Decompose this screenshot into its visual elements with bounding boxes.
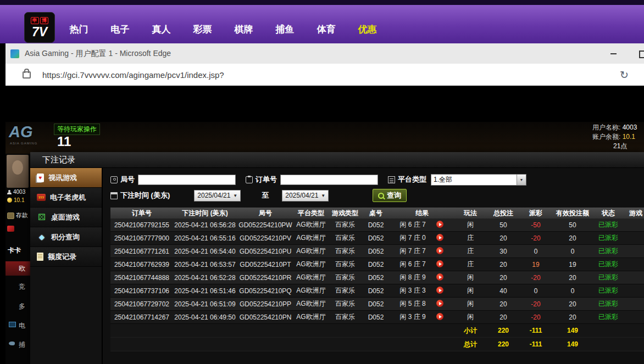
browser-titlebar[interactable]: Asia Gaming - 用户配置 1 - Microsoft Edge (5, 43, 644, 64)
table-no-cell: D052 (362, 245, 390, 258)
date-from-dropdown[interactable]: 2025/04/21 ▼ (194, 190, 241, 201)
payout-cell: 0 (520, 245, 551, 258)
nav-item-1[interactable]: 热门 (58, 23, 99, 36)
table-row: 2504210677371062025-04-21 06:51:46GD0522… (110, 284, 644, 298)
table-no-cell: D052 (362, 271, 390, 284)
nav-item-5[interactable]: 棋牌 (223, 23, 264, 36)
url-text[interactable]: https://gci.7vvvvvv.com/agingame/pcv1/in… (42, 70, 224, 80)
result-cell: 闲 6 庄 7 (390, 219, 454, 232)
status-cell: 已派彩 (594, 311, 623, 324)
result-cell: 闲 6 庄 7 (390, 258, 454, 271)
maximize-button[interactable] (639, 51, 644, 58)
play-cell: 庄 (454, 245, 486, 258)
game-cell (623, 271, 644, 284)
deposit-label: 存款 (16, 211, 28, 220)
query-button-label: 查询 (387, 191, 401, 200)
column-header: 派彩 (520, 208, 551, 219)
lobby-menu-dian[interactable]: 电 (19, 321, 25, 331)
minimize-button[interactable] (601, 43, 625, 64)
status-cell: 已派彩 (594, 258, 623, 271)
sidebar-item-2[interactable]: 电子老虎机 (30, 188, 102, 208)
replay-icon[interactable] (436, 300, 443, 307)
bet-time-cell: 2025-04-21 06:49:50 (173, 311, 237, 324)
round-no-cell: GD052254210PU (237, 245, 294, 258)
lock-icon[interactable] (23, 71, 31, 79)
game-type-cell: 百家乐 (328, 284, 362, 298)
browser-window: Asia Gaming - 用户配置 1 - Microsoft Edge ht… (5, 43, 644, 364)
replay-icon[interactable] (436, 287, 443, 294)
payout-cell: -20 (520, 232, 551, 245)
platform-type-select[interactable]: 1.全部 ▼ (431, 174, 526, 186)
valid-bet-cell: 20 (551, 232, 594, 245)
bet-time-cell: 2025-04-21 06:54:40 (173, 245, 237, 258)
platform-cell: AG欧洲厅 (294, 298, 328, 311)
replay-icon[interactable] (436, 247, 443, 254)
table-no-cell: D052 (362, 232, 390, 245)
replay-icon[interactable] (436, 234, 443, 241)
clipboard-icon (246, 176, 253, 183)
nav-item-2[interactable]: 电子 (99, 23, 141, 36)
lobby-menu-eu[interactable]: 欧 (5, 261, 30, 276)
column-header: 总投注 (486, 208, 520, 219)
lobby-menu-bu[interactable]: 捕 (19, 340, 25, 350)
nav-item-3[interactable]: 真人 (141, 23, 182, 36)
sum-payout: -111 (520, 338, 551, 351)
status-cell: 已派彩 (594, 232, 623, 245)
total-bet-cell: 40 (486, 284, 520, 298)
chevron-down-icon[interactable]: ▼ (517, 175, 526, 185)
bet-time-label: 下注时间 (美东) (120, 191, 170, 200)
page-content: AG ASIA GAMING 等待玩家操作 11 用户名称: 4003 账户余额… (5, 86, 644, 364)
lobby-menu-duo[interactable]: 多 (19, 302, 25, 311)
refresh-icon[interactable] (620, 70, 629, 80)
logo-badge-2: 博 (40, 17, 48, 24)
nav-item-6[interactable]: 捕鱼 (264, 23, 306, 36)
platform-type-group: 平台类型 1.全部 ▼ (388, 174, 526, 186)
balance-label: 账户余额: (592, 133, 620, 141)
order-no-input[interactable] (280, 175, 378, 185)
result-cell: 闲 3 庄 9 (390, 311, 454, 324)
nav-item-8[interactable]: 优惠 (347, 23, 388, 36)
table-row: 2504210677779002025-04-21 06:55:16GD0522… (110, 232, 644, 245)
site-logo[interactable]: 申 博 7V (24, 12, 55, 43)
replay-icon[interactable] (436, 313, 443, 320)
betting-records-panel: 下注记录 视讯游戏电子老虎机桌面游戏积分查询额度记录 局号 订单号 (30, 152, 644, 364)
order-no-cell: 250421067777900 (110, 232, 173, 245)
nav-item-7[interactable]: 体育 (306, 23, 347, 36)
sum-valid-bet: 149 (551, 324, 594, 338)
subtotal-row: 小计220-111149 (110, 324, 644, 338)
date-to-dropdown[interactable]: 2025/04/21 ▼ (282, 190, 329, 201)
nav-items: 热门电子真人彩票棋牌捕鱼体育优惠 (58, 10, 388, 48)
nav-item-4[interactable]: 彩票 (182, 23, 223, 36)
round-no-cell: GD052254210PW (237, 219, 294, 232)
round-no-input[interactable] (138, 175, 236, 185)
replay-icon[interactable] (436, 260, 443, 267)
logo-badges: 申 博 (31, 17, 48, 24)
browser-urlbar[interactable]: https://gci.7vvvvvv.com/agingame/pcv1/in… (5, 64, 644, 86)
column-header: 结果 (390, 208, 454, 219)
sidebar-item-1[interactable]: 视讯游戏 (30, 168, 102, 188)
query-button[interactable]: 查询 (373, 189, 407, 202)
table-header-row: 订单号下注时间 (美东)局号平台类型游戏类型桌号结果玩法总投注派彩有效投注额状态… (110, 208, 644, 219)
sidebar-item-3[interactable]: 桌面游戏 (30, 208, 102, 227)
deposit-row[interactable]: 存款 (7, 211, 28, 220)
payout-cell: -20 (520, 271, 551, 284)
window-title: Asia Gaming - 用户配置 1 - Microsoft Edge (25, 49, 171, 59)
column-header: 游戏 (623, 208, 644, 219)
lobby-username-row: 4003 (7, 189, 25, 195)
red-card-row[interactable] (7, 226, 14, 232)
sidebar-item-4[interactable]: 积分查询 (30, 227, 102, 247)
lobby-menu-jing[interactable]: 竞 (19, 282, 25, 292)
platform-cell: AG欧洲厅 (294, 284, 328, 298)
dice-icon (37, 212, 47, 222)
replay-icon[interactable] (436, 221, 443, 228)
filter-row-2: 下注时间 (美东) 2025/04/21 ▼ 至 2025/04/21 ▼ (110, 189, 644, 201)
valid-bet-cell: 20 (551, 271, 594, 284)
lobby-username: 4003 (13, 189, 25, 195)
order-no-cell: 250421067762939 (110, 258, 173, 271)
column-header: 玩法 (454, 208, 486, 219)
sidebar-item-5[interactable]: 额度记录 (30, 247, 102, 267)
replay-icon[interactable] (436, 273, 443, 281)
username-value: 4003 (623, 124, 637, 131)
sidebar-item-label: 视讯游戏 (48, 173, 77, 183)
round-no-cell: GD052254210PN (237, 311, 294, 324)
